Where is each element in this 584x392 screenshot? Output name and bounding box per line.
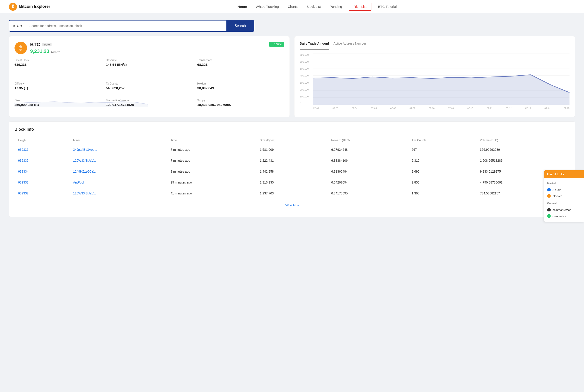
x-label-0712: 07-12 — [506, 107, 512, 110]
cell-reward-1: 6.38384106 — [328, 155, 408, 166]
col-volume: Volume (BTC) — [476, 136, 569, 144]
table-row: 639333 AntPool 29 minutes ago 1,316,130 … — [15, 177, 569, 188]
cell-size-0: 1,581,009 — [256, 144, 328, 155]
chart-svg — [313, 54, 569, 105]
nav-rich-list[interactable]: Rich List — [349, 3, 371, 11]
link-alcoin[interactable]: AICoin — [547, 187, 581, 193]
nav-btc-tutorial[interactable]: BTC Tutorial — [374, 0, 401, 14]
table-body: 639336 34Jpa4Eu3Apo... 7 minutes ago 1,5… — [15, 144, 569, 199]
y-label-100k: 100,000 — [300, 95, 312, 98]
cell-time-4: 41 minutes ago — [167, 188, 256, 199]
x-label-0709: 07-09 — [448, 107, 454, 110]
col-height: Height — [15, 136, 70, 144]
stat-latest-block: Latest Block 639,336 — [15, 59, 102, 66]
cell-reward-3: 6.64267094 — [328, 177, 408, 188]
stat-transactions-label: Transactions — [197, 59, 284, 62]
x-label-0707: 07-07 — [410, 107, 415, 110]
stat-hashrate-label: Hashrate — [106, 59, 193, 62]
search-section: BTC ▾ Search — [0, 14, 584, 36]
search-button[interactable]: Search — [226, 20, 254, 31]
market-section-title: Market — [547, 182, 581, 185]
table-row: 639336 34Jpa4Eu3Apo... 7 minutes ago 1,5… — [15, 144, 569, 155]
cell-txs-2: 2,695 — [408, 166, 476, 177]
block-info-card: Block Info Height Miner Time Size (Bytes… — [9, 122, 575, 217]
nav-charts[interactable]: Charts — [283, 0, 302, 14]
cell-miner-4[interactable]: 126W33f3fJaV... — [70, 188, 167, 199]
pow-badge: POW — [42, 43, 51, 46]
sparkline-chart — [15, 98, 148, 106]
cell-reward-4: 6.34175695 — [328, 188, 408, 199]
currency-dropdown-icon: ▾ — [21, 24, 22, 28]
site-name: Bitcoin Explorer — [19, 4, 50, 9]
cell-height-4[interactable]: 639332 — [15, 188, 70, 199]
stat-hashrate-value: 146.54 (EH/s) — [106, 63, 193, 66]
svg-marker-9 — [313, 75, 569, 105]
cell-reward-0: 6.27924248 — [328, 144, 408, 155]
cell-miner-2[interactable]: 1249HZzzG5Y... — [70, 166, 167, 177]
block-info-table: Height Miner Time Size (Bytes) Reward (B… — [15, 136, 569, 199]
cell-height-0[interactable]: 639336 — [15, 144, 70, 155]
price-change-value: ↑ 0.37% — [271, 42, 282, 46]
col-size: Size (Bytes) — [256, 136, 328, 144]
cell-miner-1[interactable]: 126W33f3fJaV... — [70, 155, 167, 166]
cell-height-3[interactable]: 639333 — [15, 177, 70, 188]
stat-latest-block-value: 639,336 — [15, 63, 102, 66]
cell-height-1[interactable]: 639335 — [15, 155, 70, 166]
svg-marker-0 — [15, 102, 148, 106]
currency-selector[interactable]: BTC ▾ — [9, 20, 26, 31]
stat-transactions: Transactions 68,321 — [197, 59, 284, 66]
x-label-0713: 07-13 — [525, 107, 531, 110]
coingecko-label: coingecko — [552, 214, 566, 218]
chart-y-axis: 700,000 600,000 500,000 400,000 300,000 … — [300, 54, 312, 105]
y-label-200k: 200,000 — [300, 88, 312, 91]
link-coinmarketcap[interactable]: coinmarketcap — [547, 207, 581, 213]
btc-title-area: BTC POW 9,231.23 USD ▾ — [30, 42, 60, 54]
tab-daily-trade[interactable]: Daily Trade Amount — [300, 42, 329, 50]
main-nav: Home Whale Tracking Charts Block List Pe… — [59, 0, 575, 14]
stat-holders-value: 30,802,849 — [197, 86, 284, 90]
logo-area: ₿ Bitcoin Explorer — [9, 3, 50, 11]
stat-supply-value: 18,433,089.794970997 — [197, 103, 284, 106]
table-header: Height Miner Time Size (Bytes) Reward (B… — [15, 136, 569, 144]
cell-miner-3[interactable]: AntPool — [70, 177, 167, 188]
bitcoin-logo-icon: ₿ — [9, 3, 17, 11]
link-blockcc[interactable]: blockcc — [547, 193, 581, 199]
currency-dropdown-icon-2[interactable]: ▾ — [59, 50, 60, 54]
alcoin-label: AICoin — [552, 188, 561, 191]
x-label-0704: 07-04 — [352, 107, 358, 110]
nav-home[interactable]: Home — [233, 0, 251, 14]
stat-transactions-value: 68,321 — [197, 63, 284, 66]
view-all-button[interactable]: View All » — [15, 199, 569, 212]
link-coingecko[interactable]: coingecko — [547, 213, 581, 219]
useful-links-panel: Useful Links Market AICoin blockcc Gener… — [544, 170, 584, 222]
col-time: Time — [167, 136, 256, 144]
cell-txs-4: 1,368 — [408, 188, 476, 199]
tab-active-address[interactable]: Active Address Number — [333, 42, 366, 47]
y-label-500k: 500,000 — [300, 67, 312, 70]
cell-height-2[interactable]: 639334 — [15, 166, 70, 177]
nav-whale-tracking[interactable]: Whale Tracking — [251, 0, 283, 14]
x-label-0711: 07-11 — [487, 107, 492, 110]
cell-size-2: 1,442,858 — [256, 166, 328, 177]
blockcc-label: blockcc — [552, 194, 562, 198]
stat-difficulty-value: 17.35 (T) — [15, 86, 102, 90]
coingecko-icon — [547, 214, 551, 218]
btc-price: 9,231.23 — [30, 48, 49, 54]
stat-hashrate: Hashrate 146.54 (EH/s) — [106, 59, 193, 66]
coinmarketcap-label: coinmarketcap — [552, 208, 571, 212]
search-input[interactable] — [26, 20, 226, 31]
btc-logo-area: ₿ BTC POW 9,231.23 USD ▾ — [15, 42, 60, 54]
btc-currency: USD — [51, 50, 58, 54]
price-change-badge: ↑ 0.37% — [269, 42, 284, 47]
cell-time-1: 7 minutes ago — [167, 155, 256, 166]
nav-block-list[interactable]: Block List — [302, 0, 325, 14]
search-bar: BTC ▾ Search — [9, 20, 254, 32]
cell-time-2: 9 minutes ago — [167, 166, 256, 177]
cell-miner-0[interactable]: 34Jpa4Eu3Apo... — [70, 144, 167, 155]
nav-pending[interactable]: Pending — [325, 0, 346, 14]
chart-card: Daily Trade Amount Active Address Number… — [294, 36, 575, 117]
chart-tabs: Daily Trade Amount Active Address Number — [300, 42, 569, 50]
stat-supply-label: Supply — [197, 99, 284, 102]
cell-volume-0: 356.99692039 — [476, 144, 569, 155]
useful-links-header[interactable]: Useful Links — [544, 170, 584, 178]
